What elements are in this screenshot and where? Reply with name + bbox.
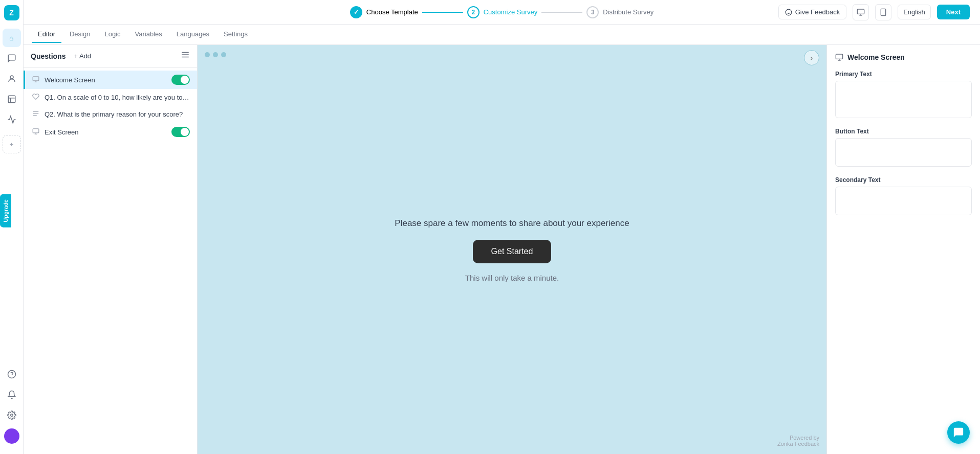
svg-rect-13 <box>881 9 886 15</box>
list-item[interactable]: Exit Screen <box>24 123 197 141</box>
q1-icon <box>32 93 39 102</box>
nav-add[interactable]: + <box>3 135 21 153</box>
list-item[interactable]: Q1. On a scale of 0 to 10, how likely ar… <box>24 89 197 106</box>
preview-area: › Please spare a few moments to share ab… <box>198 45 826 454</box>
svg-rect-10 <box>858 9 864 14</box>
dot-1 <box>205 52 210 57</box>
welcome-screen-icon <box>32 76 39 84</box>
list-item[interactable]: Welcome Screen <box>24 71 197 89</box>
secondary-text-section: Secondary Text <box>835 176 972 217</box>
step-customize-survey[interactable]: 2 Customize Survey <box>467 6 537 18</box>
step-1-circle: ✓ <box>350 6 362 18</box>
nav-gear[interactable] <box>3 406 21 424</box>
questions-header: Questions + Add <box>24 45 197 67</box>
chat-bubble[interactable] <box>947 421 970 444</box>
exit-screen-icon <box>32 128 39 137</box>
svg-rect-23 <box>836 54 842 59</box>
right-panel-icon <box>835 53 843 61</box>
button-text-section: Button Text <box>835 128 972 168</box>
tab-editor[interactable]: Editor <box>32 26 61 43</box>
questions-header-left: Questions + Add <box>31 50 95 62</box>
q1-label: Q1. On a scale of 0 to 10, how likely ar… <box>45 94 190 101</box>
step-3-label: Distribute Survey <box>603 8 654 16</box>
user-avatar[interactable] <box>4 428 19 444</box>
list-item[interactable]: Q2. What is the primary reason for your … <box>24 106 197 123</box>
dot-3 <box>221 52 226 57</box>
content-area: Questions + Add Welcome S <box>24 45 980 454</box>
step-3-circle: 3 <box>586 6 599 18</box>
stepper-right-controls: Give Feedback English Next <box>778 4 970 20</box>
toolbar: Editor Design Logic Variables Languages … <box>24 25 980 45</box>
preview-desktop-button[interactable] <box>853 4 869 20</box>
svg-rect-22 <box>33 128 39 132</box>
nav-analytics[interactable] <box>3 110 21 129</box>
icon-sidebar: Z ⌂ + Upgrade <box>0 0 24 454</box>
preview-primary-text: Please spare a few moments to share abou… <box>395 217 629 230</box>
button-text-label: Button Text <box>835 128 972 135</box>
tab-settings[interactable]: Settings <box>217 26 254 43</box>
nav-bell[interactable] <box>3 385 21 404</box>
nav-forms[interactable] <box>3 90 21 108</box>
preview-secondary-text: This will only take a minute. <box>465 274 559 282</box>
tab-design[interactable]: Design <box>63 26 96 43</box>
dot-2 <box>213 52 218 57</box>
exit-screen-toggle[interactable] <box>171 127 190 137</box>
connector-2 <box>541 12 582 13</box>
bottom-icons <box>3 365 21 444</box>
secondary-text-input[interactable] <box>835 187 972 215</box>
svg-point-0 <box>10 76 13 79</box>
primary-text-label: Primary Text <box>835 71 972 78</box>
exit-screen-label: Exit Screen <box>45 128 166 136</box>
primary-text-input[interactable] <box>835 81 972 118</box>
step-distribute-survey[interactable]: 3 Distribute Survey <box>586 6 654 18</box>
add-question-button[interactable]: + Add <box>70 50 95 62</box>
questions-title: Questions <box>31 52 66 60</box>
nav-user[interactable] <box>3 70 21 88</box>
tab-variables[interactable]: Variables <box>129 26 168 43</box>
nav-help[interactable] <box>3 365 21 383</box>
tab-languages[interactable]: Languages <box>170 26 215 43</box>
step-choose-template[interactable]: ✓ Choose Template <box>350 6 418 18</box>
welcome-screen-toggle[interactable] <box>171 75 190 85</box>
right-panel-title: Welcome Screen <box>847 53 905 61</box>
main-wrapper: ✓ Choose Template 2 Customize Survey 3 D… <box>24 0 980 454</box>
button-text-input[interactable] <box>835 138 972 167</box>
questions-list: Welcome Screen Q1. On a scale of 0 to 10… <box>24 67 197 454</box>
preview-next-button[interactable]: › <box>804 50 819 65</box>
powered-by-line1: Powered by <box>777 435 819 441</box>
connector-1 <box>422 12 463 13</box>
preview-dots <box>205 52 226 57</box>
give-feedback-button[interactable]: Give Feedback <box>778 5 846 19</box>
tab-logic[interactable]: Logic <box>98 26 126 43</box>
give-feedback-label: Give Feedback <box>795 8 840 16</box>
right-panel: Welcome Screen Primary Text Button Text … <box>826 45 980 454</box>
nav-home[interactable]: ⌂ <box>3 29 21 47</box>
secondary-text-label: Secondary Text <box>835 176 972 184</box>
preview-content: Please spare a few moments to share abou… <box>395 217 629 283</box>
nav-chat[interactable] <box>3 49 21 67</box>
step-1-label: Choose Template <box>366 8 418 16</box>
q2-icon <box>32 110 39 119</box>
step-2-label: Customize Survey <box>484 8 537 16</box>
logo[interactable]: Z <box>4 5 19 20</box>
step-2-circle: 2 <box>467 6 480 18</box>
logo-letter: Z <box>9 9 14 17</box>
preview-mobile-button[interactable] <box>875 4 891 20</box>
svg-rect-1 <box>8 96 15 103</box>
svg-point-6 <box>10 414 13 417</box>
welcome-screen-label: Welcome Screen <box>45 76 166 84</box>
next-button[interactable]: Next <box>937 5 970 19</box>
preview-get-started-button[interactable]: Get Started <box>473 240 552 263</box>
reorder-button[interactable] <box>181 50 190 62</box>
primary-text-section: Primary Text <box>835 71 972 120</box>
stepper-bar: ✓ Choose Template 2 Customize Survey 3 D… <box>24 0 980 25</box>
preview-powered-by: Powered by Zonka Feedback <box>777 435 819 447</box>
language-selector[interactable]: English <box>898 5 931 19</box>
upgrade-tab[interactable]: Upgrade <box>0 194 11 228</box>
svg-point-7 <box>786 9 792 15</box>
questions-panel: Questions + Add Welcome S <box>24 45 198 454</box>
right-panel-header: Welcome Screen <box>835 53 972 61</box>
q2-label: Q2. What is the primary reason for your … <box>45 110 190 118</box>
powered-by-line2: Zonka Feedback <box>777 441 819 447</box>
svg-rect-18 <box>33 76 39 80</box>
